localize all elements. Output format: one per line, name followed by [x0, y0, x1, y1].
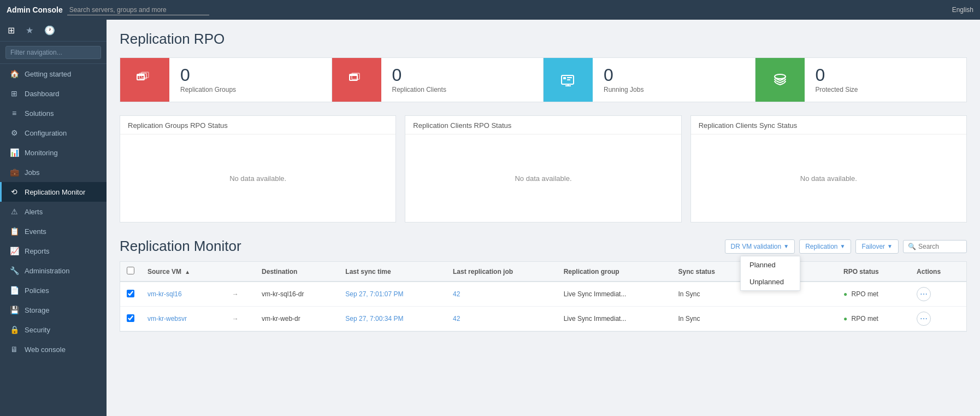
stat-card-content: 0 Replication Groups: [169, 66, 247, 93]
failover-dropdown: Planned Unplanned: [740, 256, 800, 291]
stat-card-running-jobs: 0 Running Jobs: [544, 58, 755, 102]
th-last-sync-time: Last sync time: [339, 262, 446, 282]
last-sync-time-cell: Sep 27, 7:00:34 PM: [339, 307, 446, 331]
running-jobs-number: 0: [604, 66, 644, 84]
select-all-checkbox[interactable]: [127, 267, 134, 274]
sidebar-item-label: Web console: [25, 345, 66, 354]
chevron-down-icon: ▼: [783, 243, 789, 249]
source-vm-link[interactable]: vm-kr-websvr: [147, 315, 187, 323]
failover-status-cell: [747, 307, 837, 331]
replication-clients-label: Replication Clients: [392, 86, 446, 93]
source-vm-link[interactable]: vm-kr-sql16: [147, 290, 182, 298]
svg-rect-8: [563, 77, 566, 79]
star-icon-btn[interactable]: ★: [25, 24, 34, 37]
no-data-text: No data available.: [800, 174, 857, 183]
dashboard-icon: ⊞: [9, 89, 19, 98]
replication-job-link[interactable]: 42: [453, 315, 460, 323]
sidebar-item-label: Configuration: [25, 129, 67, 137]
row-actions-button[interactable]: ⋯: [917, 312, 931, 326]
filter-navigation-input[interactable]: [5, 46, 101, 59]
svg-rect-1: [137, 74, 144, 76]
replication-group-cell: Live Sync Immediat...: [557, 282, 672, 307]
grid-icon-btn[interactable]: ⊞: [7, 24, 16, 37]
row-checkbox-cell: [120, 282, 141, 307]
sync-time-link[interactable]: Sep 27, 7:00:34 PM: [345, 315, 403, 323]
topbar-left: Admin Console: [7, 5, 209, 15]
actions-cell: ⋯: [910, 307, 966, 331]
sidebar-item-dashboard[interactable]: ⊞ Dashboard: [0, 84, 107, 103]
rpo-panel-clients-sync: Replication Clients Sync Status No data …: [690, 115, 967, 222]
stat-card-content: 0 Protected Size: [805, 66, 869, 93]
stat-card-replication-groups: 0 Replication Groups: [120, 58, 332, 102]
sidebar-item-label: Policies: [25, 286, 49, 295]
rpo-status-text: RPO met: [852, 290, 878, 298]
sidebar-item-monitoring[interactable]: 📊 Monitoring: [0, 143, 107, 162]
global-search-input[interactable]: [67, 5, 209, 15]
replication-filter[interactable]: Replication ▼: [799, 239, 851, 254]
no-data-text: No data available.: [515, 174, 571, 183]
failover-unplanned-item[interactable]: Unplanned: [741, 273, 800, 290]
row-checkbox[interactable]: [127, 290, 134, 297]
stat-card-content: 0 Running Jobs: [593, 66, 654, 93]
monitoring-icon: 📊: [9, 148, 19, 157]
rpo-panel-groups-status: Replication Groups RPO Status No data av…: [120, 115, 396, 222]
table-row: vm-kr-websvr → vm-kr-web-dr Sep 27, 7:00…: [120, 307, 966, 331]
table-search-input[interactable]: [918, 243, 962, 250]
sidebar-item-web-console[interactable]: 🖥 Web console: [0, 339, 107, 359]
rpo-panel-clients-rpo-title: Replication Clients RPO Status: [405, 116, 681, 134]
language-selector[interactable]: English: [952, 6, 973, 14]
sort-asc-icon: ▲: [185, 269, 190, 275]
replication-monitor-section: Replication Monitor DR VM validation ▼ R…: [120, 238, 967, 332]
jobs-icon: 💼: [9, 168, 19, 177]
failover-filter[interactable]: Failover ▼: [855, 239, 899, 254]
sidebar-item-security[interactable]: 🔒 Security: [0, 320, 107, 339]
replication-job-link[interactable]: 42: [453, 290, 460, 298]
th-rpo-status: RPO status: [837, 262, 910, 282]
rpo-panel-clients-rpo-body: No data available.: [405, 134, 681, 222]
chevron-down-icon: ▼: [840, 243, 846, 249]
row-checkbox[interactable]: [127, 314, 134, 322]
source-vm-cell: vm-kr-websvr: [141, 307, 226, 331]
dr-vm-validation-filter[interactable]: DR VM validation ▼: [725, 239, 795, 254]
sidebar: ⊞ ★ 🕐 🏠 Getting started ⊞ Dashboard ≡ So…: [0, 20, 107, 416]
sidebar-item-replication-monitor[interactable]: ⟲ Replication Monitor: [0, 182, 107, 202]
sidebar-item-events[interactable]: 📋 Events: [0, 221, 107, 241]
arrow-cell: →: [226, 282, 255, 307]
sidebar-item-storage[interactable]: 💾 Storage: [0, 300, 107, 320]
rpo-panel-clients-sync-body: No data available.: [691, 134, 966, 222]
security-icon: 🔒: [9, 325, 19, 334]
sidebar-item-label: Dashboard: [25, 90, 60, 98]
sidebar-item-configuration[interactable]: ⚙ Configuration: [0, 123, 107, 143]
sidebar-item-administration[interactable]: 🔧 Administration: [0, 261, 107, 280]
reports-icon: 📈: [9, 247, 19, 255]
sync-time-link[interactable]: Sep 27, 7:01:07 PM: [345, 290, 403, 298]
failover-planned-item[interactable]: Planned: [741, 256, 800, 273]
sidebar-item-getting-started[interactable]: 🏠 Getting started: [0, 64, 107, 84]
policies-icon: 📄: [9, 286, 19, 295]
running-jobs-label: Running Jobs: [604, 86, 644, 93]
table-header-row: Source VM ▲ Destination Last sync time L…: [120, 262, 966, 282]
layout: ⊞ ★ 🕐 🏠 Getting started ⊞ Dashboard ≡ So…: [0, 20, 980, 416]
sidebar-item-label: Getting started: [25, 70, 71, 78]
source-vm-label: Source VM: [147, 268, 181, 276]
actions-cell: ⋯: [910, 282, 966, 307]
row-actions-button[interactable]: ⋯: [917, 287, 931, 301]
sidebar-item-label: Alerts: [25, 208, 43, 216]
table-search-box: 🔍: [903, 240, 967, 253]
th-source-vm[interactable]: Source VM ▲: [141, 262, 226, 282]
sidebar-item-solutions[interactable]: ≡ Solutions: [0, 103, 107, 123]
protected-size-label: Protected Size: [816, 86, 858, 93]
topbar: Admin Console English: [0, 0, 980, 20]
sidebar-item-reports[interactable]: 📈 Reports: [0, 241, 107, 261]
running-jobs-icon: [544, 58, 593, 102]
failover-label: Failover: [861, 243, 885, 250]
sidebar-item-policies[interactable]: 📄 Policies: [0, 280, 107, 300]
sidebar-item-alerts[interactable]: ⚠ Alerts: [0, 202, 107, 221]
svg-point-13: [775, 74, 786, 79]
section-controls: DR VM validation ▼ Replication ▼ Failove…: [725, 239, 967, 254]
history-icon-btn[interactable]: 🕐: [43, 24, 56, 37]
section-header: Replication Monitor DR VM validation ▼ R…: [120, 238, 967, 255]
svg-rect-10: [567, 79, 570, 80]
sidebar-item-jobs[interactable]: 💼 Jobs: [0, 162, 107, 182]
solutions-icon: ≡: [9, 109, 19, 118]
